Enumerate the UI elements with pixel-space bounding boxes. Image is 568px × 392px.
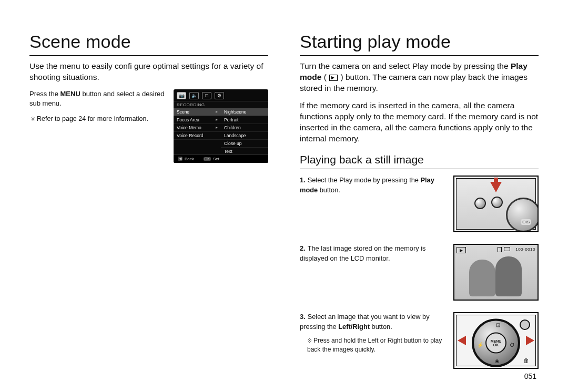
scene-mode-intro: Use the menu to easily confi gure optima… bbox=[29, 61, 268, 83]
page-number: 051 bbox=[524, 372, 536, 380]
step-3-num: 3. bbox=[300, 313, 306, 321]
chevron-right-icon: ▸ bbox=[216, 117, 218, 122]
play-mode-intro-1: Turn the camera on and select Play mode … bbox=[300, 61, 539, 94]
illus-playback-photo: ▶ 100-0010 bbox=[453, 244, 539, 301]
play-mode-icon bbox=[329, 75, 338, 81]
lcd-foot-back-label: Back bbox=[185, 157, 194, 161]
osd-battery-icon bbox=[504, 247, 510, 251]
lcd-header: RECORDING bbox=[174, 101, 268, 108]
trash-icon: 🗑 bbox=[523, 357, 529, 364]
step-1-num: 1. bbox=[300, 176, 306, 184]
lcd-item-voice-memo: Voice Memo▸ bbox=[174, 124, 221, 132]
left-key-icon: ◀ bbox=[178, 157, 182, 161]
lcd-item-voice-record: Voice Record bbox=[174, 132, 221, 140]
dial-down-macro-icon: ❀ bbox=[495, 358, 499, 364]
lcd-sub-children: Children bbox=[221, 124, 268, 132]
dial-up-icon: ⊡ bbox=[496, 322, 500, 328]
press-menu-pre: Press the bbox=[29, 90, 60, 98]
dial-right-timer-icon: ⏱ bbox=[510, 342, 515, 348]
person-right-icon bbox=[495, 256, 522, 296]
press-menu-instruction: Press the MENU button and select a desir… bbox=[29, 89, 166, 108]
red-arrow-down-icon bbox=[490, 182, 502, 192]
chevron-right-icon: ▸ bbox=[216, 125, 218, 130]
ok-key-icon: OK bbox=[204, 157, 211, 161]
menu-label: MENU bbox=[491, 339, 502, 343]
ois-label: OIS bbox=[521, 219, 531, 225]
lcd-item-voice-record-label: Voice Record bbox=[177, 133, 204, 138]
lcd-item-scene-label: Scene bbox=[177, 109, 189, 115]
step-2-num: 2. bbox=[300, 244, 306, 252]
chevron-right-icon: ▸ bbox=[216, 109, 218, 114]
lcd-sub-closeup: Close up bbox=[221, 140, 268, 148]
osd-play-icon: ▶ bbox=[457, 247, 466, 253]
lcd-foot-back: ◀Back bbox=[178, 157, 194, 161]
ref-note: Refer to page 24 for more information. bbox=[31, 115, 166, 124]
intro1-a: Turn the camera on and select Play mode … bbox=[300, 61, 511, 70]
mode-dial-icon bbox=[506, 198, 539, 232]
lcd-sub-portrait: Portrait bbox=[221, 116, 268, 124]
ok-label: OK bbox=[493, 343, 499, 347]
lcd-sub-nightscene: Nightscene bbox=[221, 108, 268, 116]
lcd-item-scene: Scene▸ bbox=[174, 108, 221, 116]
intro1-c: ( bbox=[321, 73, 329, 81]
step-2-text: The last image stored on the memory is d… bbox=[300, 244, 425, 262]
lcd-foot-set: OKSet bbox=[204, 157, 219, 161]
lcd-tab-sound-icon: 🔈 bbox=[189, 92, 199, 99]
play-mode-title: Starting play mode bbox=[300, 32, 539, 56]
menu-ok-button-icon: MENU OK bbox=[485, 333, 506, 354]
five-way-dial-icon: MENU OK ⊡ ⚡ ⏱ ❀ bbox=[472, 319, 520, 367]
lcd-menu-screenshot: 📷 🔈 □ ⚙ RECORDING Scene▸ Focus Area▸ Voi… bbox=[174, 89, 268, 163]
step-3-note: Press and hold the Left or Right button … bbox=[307, 336, 446, 355]
scene-mode-title: Scene mode bbox=[29, 32, 268, 56]
step-2: 2.The last image stored on the memory is… bbox=[300, 244, 446, 263]
small-button-icon bbox=[520, 319, 530, 330]
playback-subheading: Playing back a still image bbox=[300, 153, 539, 169]
osd-file-number: 100-0010 bbox=[515, 247, 535, 252]
step-1-b: button. bbox=[318, 186, 340, 194]
play-mode-intro-2: If the memory card is inserted in the ca… bbox=[300, 100, 539, 145]
illus-camera-top: OIS bbox=[453, 176, 539, 232]
press-menu-bold: MENU bbox=[60, 90, 80, 98]
person-left-icon bbox=[469, 260, 495, 296]
lcd-item-focus-area: Focus Area▸ bbox=[174, 116, 221, 124]
step-3-b: button. bbox=[370, 323, 392, 331]
step-1: 1.Select the Play mode by pressing the P… bbox=[300, 176, 446, 195]
lcd-foot-set-label: Set bbox=[213, 157, 219, 161]
lcd-tab-display-icon: □ bbox=[202, 92, 211, 99]
lcd-sub-landscape: Landscape bbox=[221, 132, 268, 140]
dial-left-flash-icon: ⚡ bbox=[477, 342, 483, 348]
lcd-item-voice-memo-label: Voice Memo bbox=[177, 125, 201, 130]
lcd-tab-camera-icon: 📷 bbox=[177, 92, 186, 99]
step-1-a: Select the Play mode by pressing the bbox=[308, 176, 421, 184]
osd-card-icon bbox=[498, 247, 502, 252]
illus-control-dial: MENU OK ⊡ ⚡ ⏱ ❀ 🗑 bbox=[453, 312, 539, 369]
step-3: 3.Select an image that you want to view … bbox=[300, 312, 446, 354]
red-arrow-left-icon bbox=[458, 336, 466, 345]
lcd-item-focus-area-label: Focus Area bbox=[177, 117, 199, 122]
red-arrow-right-icon bbox=[526, 336, 534, 345]
lcd-tab-setup-icon: ⚙ bbox=[215, 92, 224, 99]
step-3-bold: Left/Right bbox=[338, 323, 370, 331]
